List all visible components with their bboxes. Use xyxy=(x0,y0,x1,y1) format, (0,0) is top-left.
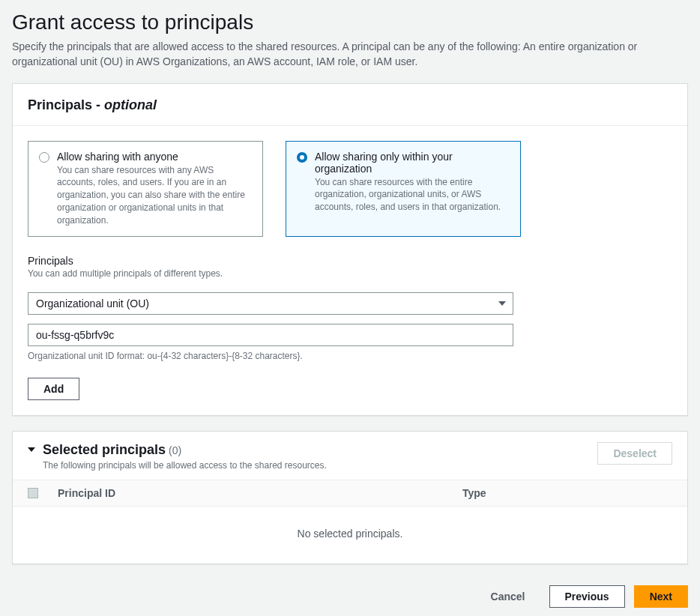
principals-panel: Principals - optional Allow sharing with… xyxy=(12,83,688,416)
page-title: Grant access to principals xyxy=(12,10,688,34)
principal-type-select-value: Organizational unit (OU) xyxy=(28,292,513,315)
principals-field-help: You can add multiple principals of diffe… xyxy=(28,268,672,279)
principals-panel-header: Principals - optional xyxy=(13,84,687,126)
empty-table-message: No selected principals. xyxy=(13,507,687,564)
selected-principals-title: Selected principals xyxy=(43,442,166,457)
add-button[interactable]: Add xyxy=(28,378,79,400)
previous-button[interactable]: Previous xyxy=(549,585,625,608)
cancel-button[interactable]: Cancel xyxy=(476,586,540,607)
chevron-down-icon xyxy=(498,301,506,306)
selected-principals-count: (0) xyxy=(169,444,181,456)
selected-principals-desc: The following principals will be allowed… xyxy=(43,460,327,471)
footer-actions: Cancel Previous Next xyxy=(12,579,688,608)
principals-title-optional: optional xyxy=(104,97,157,112)
option-anyone-desc: You can share resources with any AWS acc… xyxy=(57,164,252,227)
option-org-desc: You can share resources with the entire … xyxy=(315,176,510,214)
option-anyone-title: Allow sharing with anyone xyxy=(57,151,252,163)
option-org-title: Allow sharing only within your organizat… xyxy=(315,151,510,175)
option-allow-organization[interactable]: Allow sharing only within your organizat… xyxy=(286,141,521,237)
select-all-checkbox[interactable] xyxy=(28,488,38,498)
deselect-button[interactable]: Deselect xyxy=(597,442,672,465)
option-allow-anyone[interactable]: Allow sharing with anyone You can share … xyxy=(28,141,263,237)
principals-field-label: Principals xyxy=(28,255,672,267)
radio-icon xyxy=(297,152,307,163)
radio-icon xyxy=(39,152,49,163)
selected-principals-panel: Selected principals (0) The following pr… xyxy=(12,431,688,564)
principal-type-select[interactable]: Organizational unit (OU) xyxy=(28,292,513,315)
page-description: Specify the principals that are allowed … xyxy=(12,39,688,70)
principal-id-input[interactable] xyxy=(28,324,513,346)
column-type: Type xyxy=(462,487,672,499)
column-principal-id: Principal ID xyxy=(58,487,462,499)
format-hint: Organizational unit ID format: ou-{4-32 … xyxy=(28,351,672,361)
selected-table-header: Principal ID Type xyxy=(13,480,687,507)
next-button[interactable]: Next xyxy=(634,585,688,608)
principals-title-prefix: Principals - xyxy=(28,97,104,112)
collapse-triangle-icon[interactable] xyxy=(28,447,35,452)
